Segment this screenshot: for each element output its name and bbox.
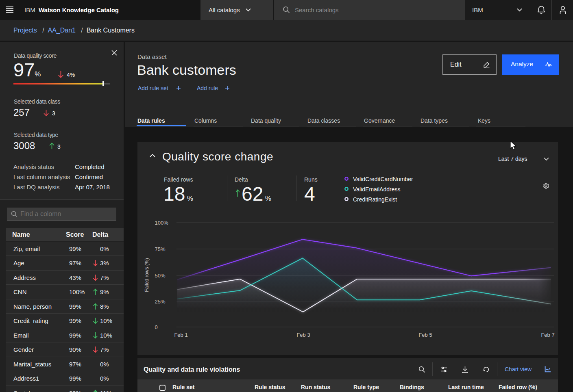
svg-text:100%: 100% (155, 220, 169, 226)
svg-text:Feb 7: Feb 7 (541, 332, 554, 338)
svg-text:Feb 5: Feb 5 (418, 332, 432, 338)
svg-text:Feb 3: Feb 3 (296, 332, 310, 338)
svg-text:0: 0 (155, 324, 158, 330)
svg-text:Failed rows (%): Failed rows (%) (144, 258, 150, 292)
svg-text:50%: 50% (155, 273, 166, 279)
svg-text:75%: 75% (155, 246, 166, 252)
svg-text:25%: 25% (155, 299, 166, 305)
svg-text:Feb 1: Feb 1 (174, 332, 187, 338)
